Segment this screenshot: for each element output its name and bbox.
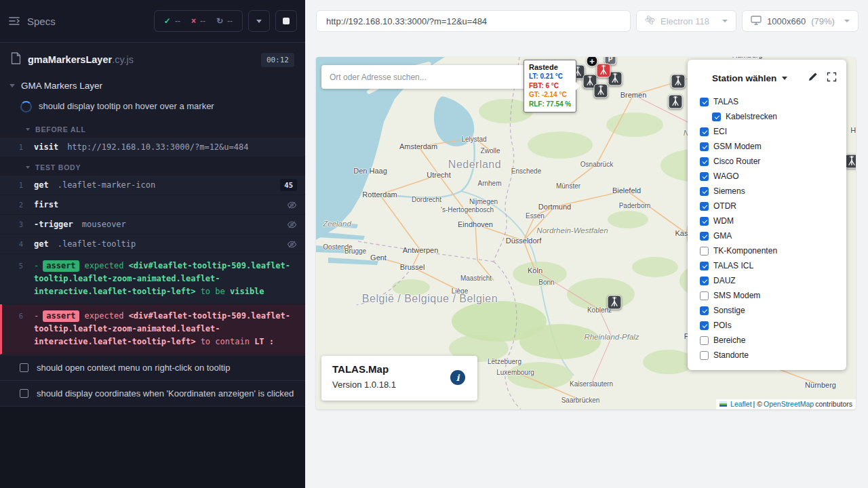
layer-label: GMA bbox=[713, 231, 732, 241]
command-args: .leaflet-tooltip bbox=[58, 239, 136, 249]
map-place-label: Den Haag bbox=[353, 167, 387, 175]
command-trigger[interactable]: 3-triggermouseover bbox=[0, 215, 305, 235]
command-first[interactable]: 2first bbox=[0, 195, 305, 215]
station-marker-icon[interactable] bbox=[594, 84, 608, 98]
viewport-icon bbox=[751, 16, 762, 27]
osm-link[interactable]: OpenStreetMap bbox=[764, 400, 814, 408]
search-placeholder: Ort oder Adresse suchen... bbox=[330, 73, 427, 82]
command-message: get.leaflet-marker-icon bbox=[34, 176, 280, 195]
checkbox-icon bbox=[700, 262, 709, 270]
command-section: BEFORE ALL1visithttp://192.168.10.33:300… bbox=[0, 119, 305, 157]
tooltip-row: RLF: 77.54 % bbox=[529, 100, 571, 109]
layer-label: POIs bbox=[713, 321, 732, 330]
map-place-label: Brussel bbox=[400, 263, 425, 271]
station-marker-icon[interactable] bbox=[669, 95, 683, 109]
layer-checkbox-otdr[interactable]: OTDR bbox=[700, 199, 841, 214]
collapse-preferences-button[interactable] bbox=[248, 10, 270, 32]
map-place-label: Düsseldorf bbox=[506, 237, 542, 245]
layer-checkbox-dauz[interactable]: DAUZ bbox=[700, 273, 841, 288]
stop-tests-button[interactable] bbox=[275, 10, 297, 32]
map-place-label: Maastricht bbox=[460, 274, 492, 282]
test-item[interactable]: should display coordinates when 'Koordin… bbox=[0, 380, 305, 406]
layer-checkbox-sonstige[interactable]: Sonstige bbox=[700, 303, 841, 318]
layer-checkbox-gsm-modem[interactable]: GSM Modem bbox=[700, 139, 841, 154]
marker-tooltip[interactable]: Rastede LT: 0.21 °CFBT: 6 °CGT: -2.14 °C… bbox=[524, 60, 576, 113]
layer-checkbox-pois[interactable]: POIs bbox=[700, 318, 841, 333]
test-state-icon bbox=[20, 389, 28, 398]
layer-checkbox-tk-komponenten[interactable]: TK-Komponenten bbox=[700, 243, 841, 258]
application-under-test: GroningenHamburgBremenNiedersachsenHanno… bbox=[316, 57, 856, 409]
specs-menu-icon[interactable] bbox=[8, 16, 20, 26]
map-place-label: Utrecht bbox=[427, 171, 450, 179]
layer-checkbox-bereiche[interactable]: Bereiche bbox=[700, 333, 841, 348]
hidden-eye-icon bbox=[287, 200, 297, 210]
checkbox-icon bbox=[700, 157, 709, 166]
layer-checkbox-wago[interactable]: WAGO bbox=[700, 169, 841, 184]
url-bar[interactable]: http://192.168.10.33:3000/?m=12&u=484 bbox=[316, 10, 631, 32]
station-marker-active-icon[interactable] bbox=[597, 64, 611, 78]
map-place-label: 's-Hertogenbosch bbox=[441, 206, 494, 214]
layer-checkbox-eci[interactable]: ECI bbox=[700, 124, 841, 139]
map-place-label: Bielefeld bbox=[612, 186, 641, 195]
checkbox-icon bbox=[700, 202, 709, 211]
test-stats: ✓--×--↻-- bbox=[154, 10, 243, 32]
map-search-input[interactable]: Ort oder Adresse suchen... bbox=[321, 65, 529, 89]
command-method: get bbox=[34, 180, 49, 190]
specs-title: Specs bbox=[27, 16, 56, 27]
stat-value: -- bbox=[200, 16, 205, 26]
command-assert-passed[interactable]: 5-assertexpected <div#leaflet-tooltip-50… bbox=[0, 254, 305, 304]
test-item[interactable]: should open context menu on right-click … bbox=[0, 354, 305, 380]
section-header[interactable]: TEST BODY bbox=[0, 157, 305, 176]
command-visit[interactable]: 1visithttp://192.168.10.33:3000/?m=12&u=… bbox=[0, 138, 305, 157]
spec-file-row[interactable]: gmaMarkersLayer.cy.js 00:12 bbox=[0, 43, 305, 74]
layer-label: TK-Komponenten bbox=[713, 246, 777, 256]
command-method: first bbox=[34, 200, 58, 209]
layer-checkbox-talas-icl[interactable]: TALAS ICL bbox=[700, 258, 841, 273]
station-select[interactable]: Station wählen bbox=[712, 73, 776, 83]
layer-label: Siemens bbox=[713, 186, 745, 196]
layer-label: DAUZ bbox=[713, 276, 736, 285]
command-method: get bbox=[34, 239, 49, 249]
command-get[interactable]: 4get.leaflet-tooltip bbox=[0, 235, 305, 254]
section-header[interactable]: BEFORE ALL bbox=[0, 119, 305, 138]
map-place-label: Nürnberg bbox=[805, 381, 836, 389]
spec-name: gmaMarkersLayer.cy.js bbox=[28, 54, 134, 65]
info-icon[interactable]: i bbox=[450, 370, 465, 385]
layer-checkbox-sms-modem[interactable]: SMS Modem bbox=[700, 288, 841, 303]
station-marker-icon[interactable] bbox=[671, 75, 686, 89]
command-get[interactable]: 1get.leaflet-marker-icon45 bbox=[0, 176, 305, 195]
layer-checkbox-siemens[interactable]: Siemens bbox=[700, 184, 841, 199]
stop-icon bbox=[283, 18, 290, 24]
leaflet-link[interactable]: Leaflet bbox=[730, 400, 752, 408]
expand-fullscreen-icon[interactable] bbox=[827, 72, 837, 85]
station-marker-icon[interactable] bbox=[608, 296, 622, 310]
tooltip-row: FBT: 6 °C bbox=[529, 81, 571, 91]
layer-checkbox-wdm[interactable]: WDM bbox=[700, 214, 841, 228]
chevron-down-icon bbox=[256, 20, 262, 23]
checkbox-icon bbox=[700, 336, 709, 345]
browser-select[interactable]: Electron 118 bbox=[636, 10, 736, 32]
viewport-select[interactable]: 1000x660 (79%) bbox=[742, 10, 859, 32]
suite-row[interactable]: GMA Markers Layer bbox=[0, 74, 305, 98]
layer-checkbox-cisco-router[interactable]: Cisco Router bbox=[700, 154, 841, 169]
collapse-caret-icon bbox=[26, 166, 30, 169]
map-place-label: Nijmegen bbox=[469, 198, 498, 205]
test-title: should display coordinates when 'Koordin… bbox=[37, 388, 294, 399]
active-test-row[interactable]: should display tooltip on hover over a m… bbox=[0, 98, 305, 119]
command-log: BEFORE ALL1visithttp://192.168.10.33:300… bbox=[0, 119, 305, 354]
layer-checkbox-standorte[interactable]: Standorte bbox=[700, 348, 841, 363]
leaflet-map[interactable]: GroningenHamburgBremenNiedersachsenHanno… bbox=[316, 57, 856, 409]
layer-checkbox-talas[interactable]: TALAS bbox=[700, 94, 841, 109]
test-state-icon bbox=[20, 363, 28, 372]
map-place-label: Dortmund bbox=[538, 203, 571, 211]
chevron-down-icon[interactable] bbox=[782, 77, 787, 80]
layer-checkbox-gma[interactable]: GMA bbox=[700, 228, 841, 243]
stat-cross: ×-- bbox=[191, 16, 205, 26]
layer-checkbox-kabelstrecken[interactable]: Kabelstrecken bbox=[700, 109, 841, 124]
edit-pencil-icon[interactable] bbox=[808, 71, 818, 85]
map-place-label: Essen bbox=[526, 212, 545, 220]
checkbox-icon bbox=[700, 277, 709, 285]
hidden-eye-icon bbox=[287, 220, 297, 230]
command-assert-failed[interactable]: 6-assertexpected <div#leaflet-tooltip-50… bbox=[0, 304, 305, 354]
map-place-label: Hamburg bbox=[732, 57, 762, 59]
